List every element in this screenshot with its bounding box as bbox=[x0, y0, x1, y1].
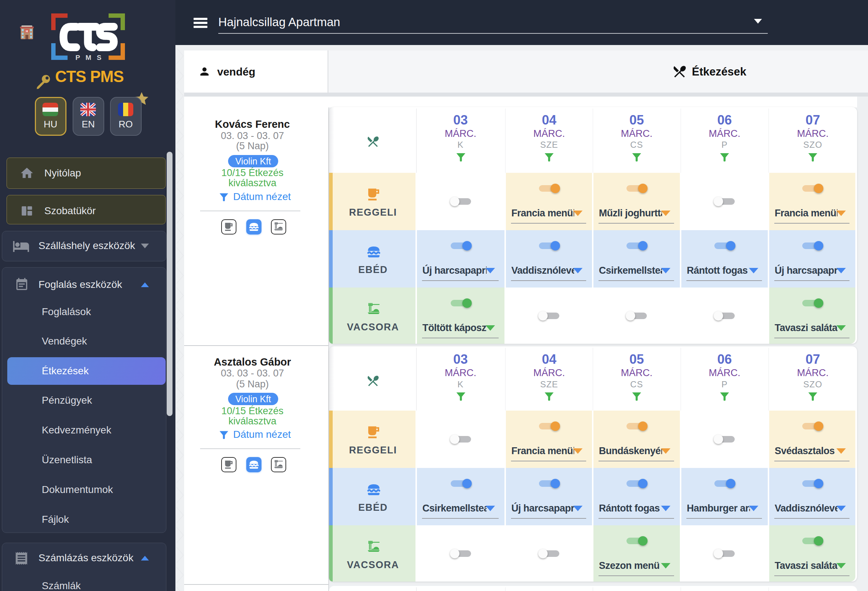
svg-text:H: H bbox=[26, 29, 28, 33]
